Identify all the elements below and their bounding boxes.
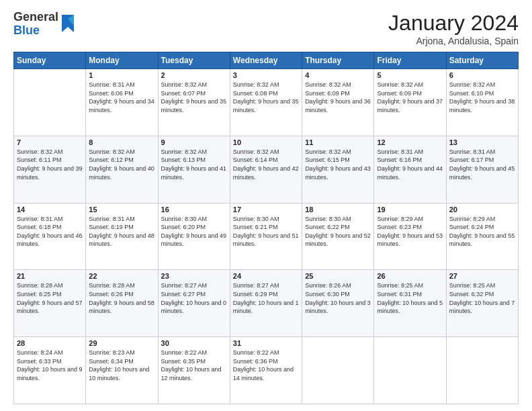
logo: General Blue <box>13 11 75 38</box>
day-number: 27 <box>449 272 515 280</box>
day-info: Sunrise: 8:32 AMSunset: 6:15 PMDaylight:… <box>305 148 371 181</box>
day-info: Sunrise: 8:30 AMSunset: 6:22 PMDaylight:… <box>305 215 371 248</box>
col-sunday: Sunday <box>14 52 86 69</box>
calendar-header-row: Sunday Monday Tuesday Wednesday Thursday… <box>14 52 519 69</box>
day-info: Sunrise: 8:31 AMSunset: 6:18 PMDaylight:… <box>17 215 83 248</box>
day-number: 6 <box>449 71 515 79</box>
table-row: 23 Sunrise: 8:27 AMSunset: 6:27 PMDaylig… <box>158 270 230 337</box>
table-row: 15 Sunrise: 8:31 AMSunset: 6:19 PMDaylig… <box>86 203 158 270</box>
day-number: 23 <box>161 272 227 280</box>
day-number: 11 <box>305 138 371 146</box>
calendar-week-row: 14 Sunrise: 8:31 AMSunset: 6:18 PMDaylig… <box>14 203 519 270</box>
day-number: 14 <box>17 205 83 214</box>
day-info: Sunrise: 8:27 AMSunset: 6:27 PMDaylight:… <box>161 281 227 315</box>
day-number: 22 <box>89 272 154 280</box>
day-number: 9 <box>161 138 227 146</box>
day-info: Sunrise: 8:25 AMSunset: 6:31 PMDaylight:… <box>377 281 443 315</box>
day-number: 21 <box>17 272 83 280</box>
table-row: 27 Sunrise: 8:25 AMSunset: 6:32 PMDaylig… <box>446 270 518 337</box>
table-row: 16 Sunrise: 8:30 AMSunset: 6:20 PMDaylig… <box>158 203 230 270</box>
calendar-week-row: 1 Sunrise: 8:31 AMSunset: 6:06 PMDayligh… <box>14 69 519 136</box>
table-row: 8 Sunrise: 8:32 AMSunset: 6:12 PMDayligh… <box>86 136 158 203</box>
logo-text: General Blue <box>13 11 58 38</box>
location: Arjona, Andalusia, Spain <box>388 36 519 46</box>
day-number: 26 <box>377 272 443 280</box>
table-row: 29 Sunrise: 8:23 AMSunset: 6:34 PMDaylig… <box>86 337 158 404</box>
day-number: 31 <box>233 339 299 347</box>
day-info: Sunrise: 8:32 AMSunset: 6:07 PMDaylight:… <box>161 81 227 114</box>
page: General Blue January 2024 Arjona, Andalu… <box>0 0 532 411</box>
day-info: Sunrise: 8:32 AMSunset: 6:13 PMDaylight:… <box>161 148 227 181</box>
day-number: 5 <box>377 71 443 79</box>
day-number: 1 <box>89 71 154 79</box>
calendar: Sunday Monday Tuesday Wednesday Thursday… <box>13 52 519 404</box>
col-thursday: Thursday <box>302 52 374 69</box>
table-row: 24 Sunrise: 8:27 AMSunset: 6:29 PMDaylig… <box>230 270 302 337</box>
day-number: 19 <box>377 205 443 214</box>
table-row <box>374 337 446 404</box>
day-info: Sunrise: 8:32 AMSunset: 6:14 PMDaylight:… <box>233 148 299 181</box>
table-row: 31 Sunrise: 8:22 AMSunset: 6:36 PMDaylig… <box>230 337 302 404</box>
table-row: 19 Sunrise: 8:29 AMSunset: 6:23 PMDaylig… <box>374 203 446 270</box>
calendar-week-row: 28 Sunrise: 8:24 AMSunset: 6:33 PMDaylig… <box>14 337 519 404</box>
col-saturday: Saturday <box>446 52 518 69</box>
table-row: 25 Sunrise: 8:26 AMSunset: 6:30 PMDaylig… <box>302 270 374 337</box>
day-info: Sunrise: 8:22 AMSunset: 6:36 PMDaylight:… <box>233 349 299 382</box>
table-row: 18 Sunrise: 8:30 AMSunset: 6:22 PMDaylig… <box>302 203 374 270</box>
calendar-week-row: 7 Sunrise: 8:32 AMSunset: 6:11 PMDayligh… <box>14 136 519 203</box>
day-info: Sunrise: 8:30 AMSunset: 6:21 PMDaylight:… <box>233 215 299 248</box>
day-number: 28 <box>17 339 83 347</box>
table-row: 2 Sunrise: 8:32 AMSunset: 6:07 PMDayligh… <box>158 69 230 136</box>
table-row: 26 Sunrise: 8:25 AMSunset: 6:31 PMDaylig… <box>374 270 446 337</box>
day-info: Sunrise: 8:31 AMSunset: 6:17 PMDaylight:… <box>449 148 515 181</box>
table-row: 4 Sunrise: 8:32 AMSunset: 6:09 PMDayligh… <box>302 69 374 136</box>
table-row: 14 Sunrise: 8:31 AMSunset: 6:18 PMDaylig… <box>14 203 86 270</box>
calendar-week-row: 21 Sunrise: 8:28 AMSunset: 6:25 PMDaylig… <box>14 270 519 337</box>
day-info: Sunrise: 8:23 AMSunset: 6:34 PMDaylight:… <box>89 349 154 382</box>
col-monday: Monday <box>86 52 158 69</box>
table-row: 9 Sunrise: 8:32 AMSunset: 6:13 PMDayligh… <box>158 136 230 203</box>
table-row: 28 Sunrise: 8:24 AMSunset: 6:33 PMDaylig… <box>14 337 86 404</box>
day-number: 24 <box>233 272 299 280</box>
day-info: Sunrise: 8:32 AMSunset: 6:11 PMDaylight:… <box>17 148 83 181</box>
day-info: Sunrise: 8:26 AMSunset: 6:30 PMDaylight:… <box>305 281 371 315</box>
table-row: 17 Sunrise: 8:30 AMSunset: 6:21 PMDaylig… <box>230 203 302 270</box>
table-row: 30 Sunrise: 8:22 AMSunset: 6:35 PMDaylig… <box>158 337 230 404</box>
day-number: 15 <box>89 205 154 214</box>
day-info: Sunrise: 8:27 AMSunset: 6:29 PMDaylight:… <box>233 281 299 315</box>
table-row: 3 Sunrise: 8:32 AMSunset: 6:08 PMDayligh… <box>230 69 302 136</box>
day-number: 16 <box>161 205 227 214</box>
day-number: 25 <box>305 272 371 280</box>
day-info: Sunrise: 8:32 AMSunset: 6:12 PMDaylight:… <box>89 148 154 181</box>
table-row: 6 Sunrise: 8:32 AMSunset: 6:10 PMDayligh… <box>446 69 518 136</box>
logo-general: General <box>13 11 58 24</box>
table-row <box>14 69 86 136</box>
day-info: Sunrise: 8:24 AMSunset: 6:33 PMDaylight:… <box>17 349 83 382</box>
day-info: Sunrise: 8:32 AMSunset: 6:08 PMDaylight:… <box>233 81 299 114</box>
day-number: 12 <box>377 138 443 146</box>
table-row: 11 Sunrise: 8:32 AMSunset: 6:15 PMDaylig… <box>302 136 374 203</box>
day-info: Sunrise: 8:30 AMSunset: 6:20 PMDaylight:… <box>161 215 227 248</box>
day-number: 10 <box>233 138 299 146</box>
day-info: Sunrise: 8:29 AMSunset: 6:23 PMDaylight:… <box>377 215 443 248</box>
table-row <box>302 337 374 404</box>
table-row <box>446 337 518 404</box>
table-row: 1 Sunrise: 8:31 AMSunset: 6:06 PMDayligh… <box>86 69 158 136</box>
table-row: 7 Sunrise: 8:32 AMSunset: 6:11 PMDayligh… <box>14 136 86 203</box>
day-number: 30 <box>161 339 227 347</box>
day-number: 29 <box>89 339 154 347</box>
day-info: Sunrise: 8:25 AMSunset: 6:32 PMDaylight:… <box>449 281 515 315</box>
day-info: Sunrise: 8:31 AMSunset: 6:19 PMDaylight:… <box>89 215 154 248</box>
day-info: Sunrise: 8:28 AMSunset: 6:26 PMDaylight:… <box>89 281 154 315</box>
col-wednesday: Wednesday <box>230 52 302 69</box>
table-row: 21 Sunrise: 8:28 AMSunset: 6:25 PMDaylig… <box>14 270 86 337</box>
table-row: 5 Sunrise: 8:32 AMSunset: 6:09 PMDayligh… <box>374 69 446 136</box>
logo-icon <box>60 13 75 35</box>
day-number: 8 <box>89 138 154 146</box>
day-number: 2 <box>161 71 227 79</box>
table-row: 13 Sunrise: 8:31 AMSunset: 6:17 PMDaylig… <box>446 136 518 203</box>
day-info: Sunrise: 8:32 AMSunset: 6:10 PMDaylight:… <box>449 81 515 114</box>
logo-blue: Blue <box>13 24 58 38</box>
month-title: January 2024 <box>388 11 519 36</box>
day-number: 17 <box>233 205 299 214</box>
